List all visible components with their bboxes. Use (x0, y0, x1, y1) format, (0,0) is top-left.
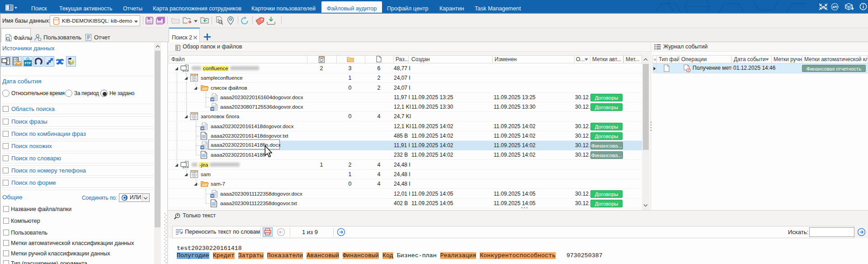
svg-text:W: W (211, 107, 214, 110)
svg-text:FTP: FTP (24, 61, 31, 65)
svg-text:W: W (211, 98, 214, 101)
svg-text:W: W (211, 194, 214, 197)
svg-text:API: API (832, 5, 837, 9)
svg-text:W: W (821, 5, 826, 10)
svg-text:W: W (201, 146, 204, 149)
svg-text:W: W (201, 127, 204, 130)
